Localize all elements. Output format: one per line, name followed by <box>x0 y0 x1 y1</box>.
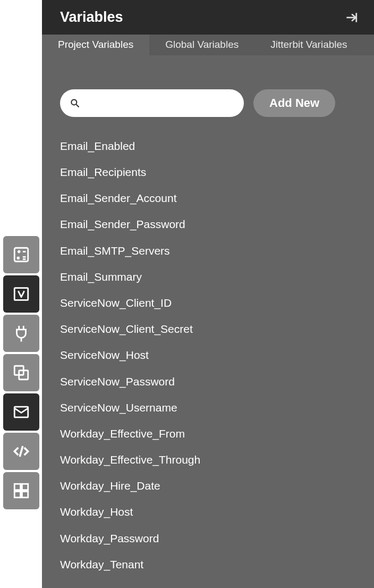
svg-line-15 <box>20 446 23 457</box>
calculator-icon <box>12 246 30 264</box>
variables-panel: Variables Project Variables Global Varia… <box>42 0 374 588</box>
rail-calculator[interactable] <box>3 236 39 273</box>
code-icon <box>12 442 30 460</box>
collapse-icon <box>344 11 358 24</box>
variable-item[interactable]: ServiceNow_Host <box>60 342 356 368</box>
svg-rect-0 <box>14 248 28 262</box>
variable-item[interactable]: Workday_Effective_Through <box>60 447 356 473</box>
variable-item[interactable]: ServiceNow_Username <box>60 394 356 421</box>
search-icon <box>70 98 80 108</box>
mail-icon <box>12 403 30 421</box>
search-input[interactable] <box>87 97 234 108</box>
svg-rect-16 <box>14 484 20 490</box>
variable-item[interactable]: ServiceNow_Password <box>60 368 356 394</box>
variable-item[interactable]: Workday_Tenant <box>60 551 356 577</box>
svg-rect-17 <box>22 484 28 490</box>
variable-list: Email_Enabled Email_Recipients Email_Sen… <box>42 129 374 588</box>
tab-global-variables[interactable]: Global Variables <box>149 35 254 55</box>
variable-item[interactable]: Workday_Password <box>60 525 356 551</box>
panel-header: Variables <box>42 0 374 35</box>
variable-item[interactable]: Email_Enabled <box>60 133 356 159</box>
variable-item[interactable]: Workday_Host <box>60 499 356 525</box>
add-new-button[interactable]: Add New <box>253 89 335 117</box>
collapse-panel-button[interactable] <box>343 10 359 26</box>
variables-icon <box>12 285 30 303</box>
variable-item[interactable]: Workday_Hire_Date <box>60 473 356 499</box>
left-rail <box>0 0 42 588</box>
svg-rect-8 <box>14 288 28 300</box>
variable-item[interactable]: Email_Sender_Account <box>60 185 356 211</box>
plug-icon <box>12 324 30 342</box>
rail-plug[interactable] <box>3 315 39 352</box>
controls-row: Add New <box>42 55 374 129</box>
tab-project-variables[interactable]: Project Variables <box>42 35 149 55</box>
dashboard-icon <box>12 482 30 500</box>
variable-item[interactable]: Workday_Effective_From <box>60 421 356 447</box>
svg-rect-18 <box>14 491 20 497</box>
svg-point-22 <box>71 99 76 105</box>
link-icon <box>12 364 30 382</box>
svg-rect-19 <box>22 491 28 497</box>
panel-title: Variables <box>60 9 123 26</box>
variable-item[interactable]: ServiceNow_Client_Secret <box>60 316 356 342</box>
tab-jitterbit-variables[interactable]: Jitterbit Variables <box>254 35 363 55</box>
variable-item[interactable]: Email_Summary <box>60 264 356 290</box>
variable-item[interactable]: ServiceNow_Client_ID <box>60 290 356 316</box>
rail-link[interactable] <box>3 354 39 391</box>
rail-mail[interactable] <box>3 393 39 431</box>
variable-item[interactable]: Email_SMTP_Servers <box>60 238 356 264</box>
variable-item[interactable]: Email_Recipients <box>60 159 356 185</box>
variable-item[interactable]: Email_Sender_Password <box>60 211 356 237</box>
svg-line-23 <box>76 104 79 107</box>
rail-dashboard[interactable] <box>3 472 39 509</box>
rail-variables[interactable] <box>3 275 39 313</box>
search-box[interactable] <box>60 89 244 117</box>
tabs: Project Variables Global Variables Jitte… <box>42 35 374 55</box>
rail-code[interactable] <box>3 433 39 470</box>
